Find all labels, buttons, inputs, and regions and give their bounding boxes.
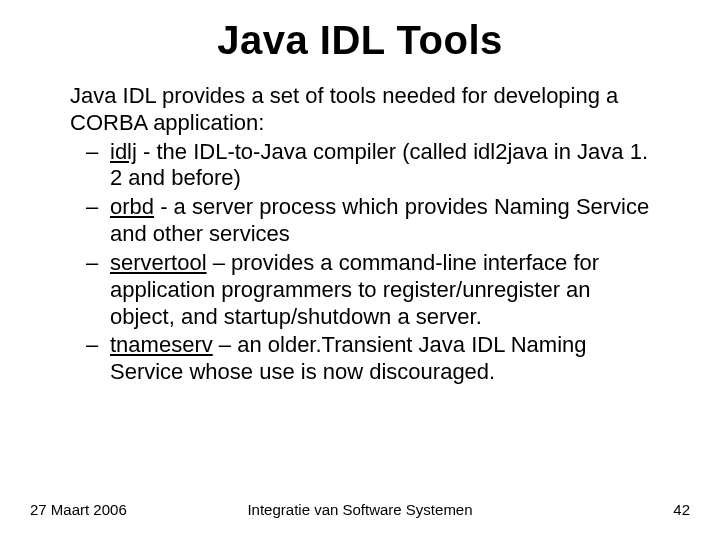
tool-name: orbd [110,194,154,219]
separator: - [154,194,174,219]
list-item: orbd - a server process which provides N… [110,194,660,248]
tool-name: tnameserv [110,332,213,357]
slide-body: Java IDL provides a set of tools needed … [0,83,720,386]
separator: – [207,250,231,275]
list-item: servertool – provides a command-line int… [110,250,660,330]
tool-desc: the IDL-to-Java compiler (called idl2jav… [110,139,648,191]
bullet-list: idlj - the IDL-to-Java compiler (called … [70,139,660,386]
list-item: tnameserv – an older.Transient Java IDL … [110,332,660,386]
slide-title: Java IDL Tools [0,0,720,83]
separator: – [213,332,237,357]
tool-name: servertool [110,250,207,275]
slide: Java IDL Tools Java IDL provides a set o… [0,0,720,540]
separator: - [137,139,157,164]
list-item: idlj - the IDL-to-Java compiler (called … [110,139,660,193]
footer-title: Integratie van Software Systemen [0,501,720,518]
page-number: 42 [673,501,690,518]
tool-name: idlj [110,139,137,164]
intro-text: Java IDL provides a set of tools needed … [70,83,660,137]
tool-desc: a server process which provides Naming S… [110,194,649,246]
